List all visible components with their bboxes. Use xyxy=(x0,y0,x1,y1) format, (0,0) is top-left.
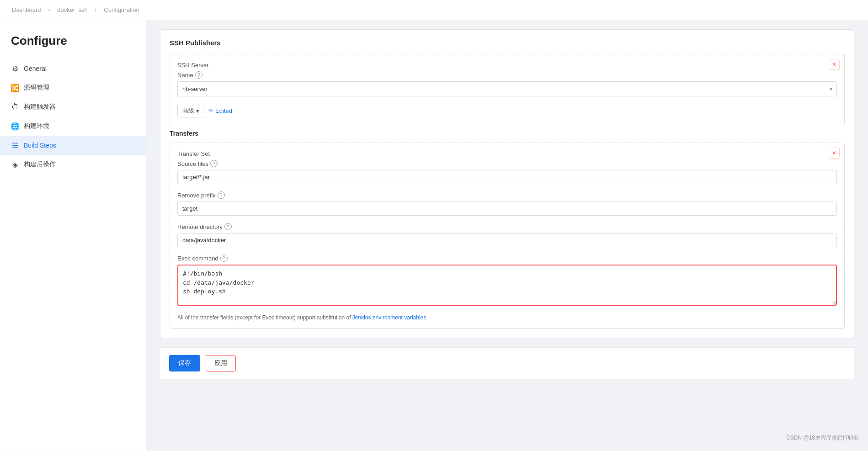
transfers-label: Transfers xyxy=(170,130,845,137)
source-mgmt-icon: 🔀 xyxy=(11,84,19,92)
sidebar-item-source-mgmt-label: 源码管理 xyxy=(24,84,49,92)
sidebar-item-build-steps-label: Build Steps xyxy=(24,142,56,149)
breadcrumb-docker-ssh[interactable]: docker_ssh xyxy=(57,6,87,13)
advanced-label: 高级 xyxy=(182,106,194,115)
resize-handle-icon: ⤡ xyxy=(831,300,836,306)
sidebar-item-post-build[interactable]: ◈ 构建后操作 xyxy=(0,155,146,174)
remove-prefix-group: Remove prefix ? xyxy=(177,191,837,216)
sidebar: Configure ⚙ General 🔀 源码管理 ⏱ 构建触发器 🌐 构建环… xyxy=(0,20,146,451)
main-content: SSH Publishers ✕ SSH Server Name ? hh-se… xyxy=(146,20,868,451)
name-help-icon[interactable]: ? xyxy=(195,71,202,79)
transfers-section: Transfers ✕ Transfer Set Source files ? xyxy=(170,130,845,329)
breadcrumb: Dashboard › docker_ssh › Configuration xyxy=(0,0,868,20)
list-icon: ☰ xyxy=(11,141,19,149)
globe-icon: 🌐 xyxy=(11,122,19,130)
ssh-server-close-button[interactable]: ✕ xyxy=(829,59,840,70)
sidebar-item-general-label: General xyxy=(24,65,47,72)
jenkins-env-vars-link[interactable]: Jenkins environment variables xyxy=(352,314,426,321)
remote-directory-label: Remote directory ? xyxy=(177,223,837,230)
breadcrumb-sep2: › xyxy=(95,6,96,13)
ssh-publishers-title: SSH Publishers xyxy=(170,39,845,47)
save-button[interactable]: 保存 xyxy=(169,355,200,371)
transfer-set-title: Transfer Set xyxy=(177,150,837,157)
sidebar-item-build-steps[interactable]: ☰ Build Steps xyxy=(0,136,146,155)
apply-button[interactable]: 应用 xyxy=(206,355,236,371)
transfer-set-close-button[interactable]: ✕ xyxy=(829,148,840,159)
sidebar-item-build-env-label: 构建环境 xyxy=(24,122,49,130)
footer-buttons: 保存 应用 xyxy=(160,347,854,379)
breadcrumb-dashboard[interactable]: Dashboard xyxy=(12,6,41,13)
ssh-server-card: ✕ SSH Server Name ? hh-server xyxy=(170,54,845,125)
post-build-icon: ◈ xyxy=(11,160,19,169)
ssh-server-name-select-wrapper: hh-server xyxy=(177,81,837,96)
edited-badge: ✏ Edited xyxy=(209,107,232,114)
sidebar-item-source-mgmt[interactable]: 🔀 源码管理 xyxy=(0,78,146,97)
sidebar-item-general[interactable]: ⚙ General xyxy=(0,59,146,78)
sidebar-item-build-env[interactable]: 🌐 构建环境 xyxy=(0,117,146,136)
ssh-server-section-label: SSH Server xyxy=(177,62,837,69)
clock-icon: ⏱ xyxy=(11,103,19,111)
sidebar-item-build-trigger[interactable]: ⏱ 构建触发器 xyxy=(0,97,146,117)
advanced-button[interactable]: 高级 ▾ xyxy=(177,104,204,117)
breadcrumb-configuration[interactable]: Configuration xyxy=(104,6,139,13)
remove-prefix-label: Remove prefix ? xyxy=(177,191,837,199)
chevron-down-icon: ▾ xyxy=(196,107,199,114)
edit-icon: ✏ xyxy=(209,107,213,114)
remote-directory-group: Remote directory ? xyxy=(177,223,837,247)
ssh-server-name-label: Name ? xyxy=(177,71,837,79)
sidebar-item-post-build-label: 构建后操作 xyxy=(24,160,56,169)
remove-prefix-input[interactable] xyxy=(177,202,837,216)
ssh-server-name-select[interactable]: hh-server xyxy=(177,81,837,96)
source-files-help-icon[interactable]: ? xyxy=(210,160,218,167)
exec-command-group: Exec command ? #!/bin/bash cd /data/java… xyxy=(177,255,837,307)
advanced-bar: 高级 ▾ ✏ Edited xyxy=(177,104,837,117)
watermark: CSDN @18岁程序员想打职业 xyxy=(786,434,859,442)
info-text: All of the transfer fields (except for E… xyxy=(177,314,837,321)
sidebar-item-build-trigger-label: 构建触发器 xyxy=(24,103,56,111)
breadcrumb-sep1: › xyxy=(48,6,50,13)
remove-prefix-help-icon[interactable]: ? xyxy=(218,191,225,199)
exec-command-wrapper: #!/bin/bash cd /data/java/docker sh depl… xyxy=(177,265,837,307)
ssh-server-name-group: Name ? hh-server xyxy=(177,71,837,96)
remote-directory-input[interactable] xyxy=(177,233,837,247)
transfer-set-card: ✕ Transfer Set Source files ? xyxy=(170,143,845,329)
remote-directory-help-icon[interactable]: ? xyxy=(224,223,232,230)
source-files-group: Source files ? xyxy=(177,160,837,184)
exec-command-label: Exec command ? xyxy=(177,255,837,262)
source-files-input[interactable] xyxy=(177,170,837,184)
page-title: Configure xyxy=(0,29,146,59)
source-files-label: Source files ? xyxy=(177,160,837,167)
exec-command-help-icon[interactable]: ? xyxy=(220,255,228,262)
ssh-publishers-section: SSH Publishers ✕ SSH Server Name ? hh-se… xyxy=(160,29,854,338)
gear-icon: ⚙ xyxy=(11,64,19,73)
exec-command-textarea[interactable]: #!/bin/bash cd /data/java/docker sh depl… xyxy=(177,265,837,306)
edited-label: Edited xyxy=(215,107,232,114)
